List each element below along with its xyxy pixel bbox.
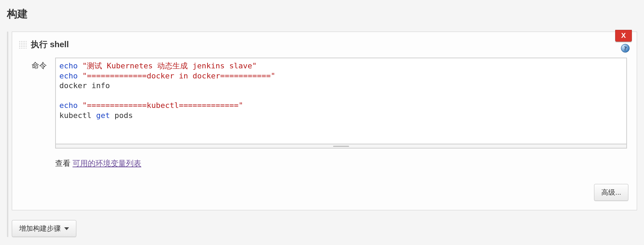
resize-handle[interactable]: [55, 144, 627, 149]
caret-down-icon: [64, 227, 69, 230]
drag-handle-icon[interactable]: [18, 40, 27, 49]
advanced-button[interactable]: 高级...: [594, 184, 628, 201]
delete-step-button[interactable]: X: [615, 30, 632, 42]
svg-text:?: ?: [624, 45, 627, 52]
command-textarea[interactable]: echo "测试 Kubernetes 动态生成 jenkins slave" …: [55, 58, 627, 144]
section-title: 构建: [7, 7, 637, 21]
build-step-title: 执行 shell: [31, 39, 69, 50]
help-icon[interactable]: ?: [621, 44, 630, 53]
command-label: 命令: [32, 58, 55, 71]
hint-prefix: 查看: [55, 159, 73, 168]
env-vars-link[interactable]: 可用的环境变量列表: [73, 159, 141, 168]
build-step-block: X ? 执行 shell 命令: [12, 32, 637, 210]
env-vars-hint: 查看 可用的环境变量列表: [55, 158, 627, 169]
add-build-step-button[interactable]: 增加构建步骤: [12, 220, 76, 237]
add-build-step-label: 增加构建步骤: [19, 224, 61, 233]
